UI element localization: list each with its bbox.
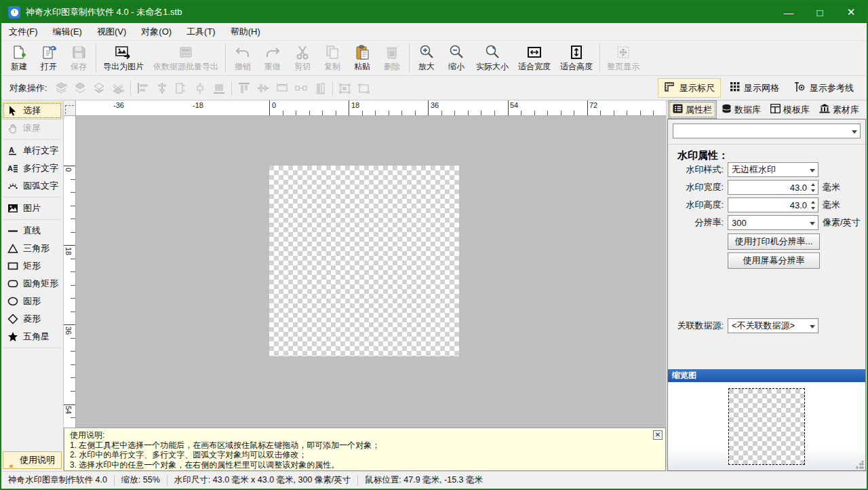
show-guides-button[interactable]: 显示参考线: [788, 78, 860, 98]
watermark-artboard[interactable]: [269, 166, 459, 356]
show-ruler-button[interactable]: 显示标尺: [658, 78, 721, 98]
fit-width-icon: [526, 44, 542, 60]
tab-materials[interactable]: 素材库: [814, 100, 864, 119]
use-screen-dpi-button[interactable]: 使用屏幕分辨率: [728, 252, 820, 269]
multi-text-icon: A: [7, 163, 19, 174]
width-input[interactable]: 43.0: [728, 180, 818, 195]
help-line: 1. 左侧工具栏中选择一个功能后，在画布区域按住鼠标左键拖动，即可添加一个对象；: [70, 440, 650, 451]
dpi-select[interactable]: 300: [728, 215, 818, 230]
send-backward-icon[interactable]: [90, 79, 108, 97]
tool-line[interactable]: 直线: [2, 222, 62, 240]
cut-button[interactable]: 剪切: [288, 41, 317, 75]
same-width-icon[interactable]: [273, 79, 292, 97]
style-select[interactable]: 无边框水印: [728, 162, 818, 177]
help-close-button[interactable]: ✕: [653, 430, 663, 440]
height-spinner[interactable]: [808, 199, 817, 211]
menu-edit[interactable]: 编辑(E): [45, 23, 90, 40]
tool-rounded-rectangle[interactable]: 圆角矩形: [2, 275, 62, 293]
tool-image[interactable]: 图片: [2, 200, 62, 217]
properties-icon: [673, 104, 683, 115]
spinner-up-icon[interactable]: [808, 181, 817, 187]
toolbar-separator: [130, 81, 131, 96]
thumbnail-header: 缩览图: [668, 369, 865, 382]
menu-file[interactable]: 文件(F): [1, 23, 45, 40]
align-top-icon[interactable]: [235, 79, 254, 97]
drawing-canvas[interactable]: [76, 116, 666, 428]
diamond-icon: [7, 314, 19, 325]
align-bottom-icon[interactable]: [210, 79, 229, 97]
batch-export-button[interactable]: 依数据源批量导出: [149, 41, 223, 75]
show-grid-button[interactable]: 显示网格: [724, 78, 785, 98]
undo-icon: [235, 44, 251, 60]
toolbar-separator: [409, 43, 410, 73]
tab-templates[interactable]: 模板库: [766, 100, 814, 119]
tool-diamond[interactable]: 菱形: [2, 310, 62, 328]
toolbar-separator: [225, 43, 226, 73]
height-input[interactable]: 43.0: [728, 197, 818, 212]
tool-star[interactable]: 五角星: [2, 328, 62, 345]
bring-to-front-icon[interactable]: [52, 79, 71, 97]
maximize-button[interactable]: □: [804, 1, 835, 23]
sidebar-separator: [3, 139, 61, 140]
same-height-icon[interactable]: [311, 79, 330, 97]
spinner-down-icon[interactable]: [808, 187, 817, 193]
full-page-button[interactable]: 整页显示: [602, 41, 644, 75]
align-middle-icon[interactable]: [254, 79, 273, 97]
open-button[interactable]: 打开: [34, 41, 64, 75]
magnifier-icon: [484, 44, 500, 60]
help-line: 2. 水印中的单行文字、多行文字、圆弧文字对象均可以双击修改；: [70, 450, 650, 460]
align-left-icon[interactable]: [134, 79, 153, 97]
delete-button[interactable]: 删除: [377, 41, 407, 75]
menu-tools[interactable]: 工具(T): [179, 23, 223, 40]
menu-help[interactable]: 帮助(H): [223, 23, 268, 40]
menu-view[interactable]: 视图(V): [90, 23, 134, 40]
tool-circle[interactable]: 圆形: [2, 293, 62, 310]
tool-single-line-text[interactable]: A 单行文字: [2, 142, 62, 159]
usage-help-button[interactable]: 使用说明: [3, 451, 62, 469]
spinner-down-icon[interactable]: [808, 205, 817, 211]
minimize-button[interactable]: —: [773, 1, 804, 23]
tool-arc-text[interactable]: 圆弧文字: [2, 177, 62, 195]
use-printer-dpi-button[interactable]: 使用打印机分辨率...: [728, 233, 820, 250]
vertical-ruler: 0 18 36 54: [64, 116, 76, 428]
object-selector-combo[interactable]: [673, 124, 861, 138]
paste-button[interactable]: 粘贴: [347, 41, 377, 75]
resize-grip[interactable]: [856, 461, 864, 469]
new-button[interactable]: 新建: [4, 41, 34, 75]
zoom-out-button[interactable]: 缩小: [441, 41, 471, 75]
copy-button[interactable]: 复制: [317, 41, 347, 75]
close-button[interactable]: ✕: [835, 1, 867, 23]
fit-height-button[interactable]: 适合高度: [555, 41, 597, 75]
panel-divider: [668, 144, 865, 145]
width-spinner[interactable]: [808, 181, 817, 193]
tool-multi-line-text[interactable]: A 多行文字: [2, 159, 62, 177]
actual-size-button[interactable]: 实际大小: [471, 41, 513, 75]
tab-properties[interactable]: 属性栏: [668, 100, 717, 119]
fit-width-button[interactable]: 适合宽度: [513, 41, 555, 75]
tool-pan[interactable]: 滚屏: [2, 119, 62, 137]
tool-rectangle[interactable]: 矩形: [2, 257, 62, 275]
datasource-select[interactable]: <不关联数据源>: [728, 318, 818, 333]
undo-button[interactable]: 撤销: [228, 41, 258, 75]
tool-triangle[interactable]: 三角形: [2, 240, 62, 257]
chevron-down-icon: [810, 222, 815, 228]
align-center-icon[interactable]: [153, 79, 172, 97]
same-size-icon[interactable]: [292, 79, 311, 97]
group-icon[interactable]: [336, 79, 355, 97]
align-right-icon[interactable]: [172, 79, 191, 97]
ungroup-icon[interactable]: [355, 79, 374, 97]
status-app-name: 神奇水印图章制作软件 4.0: [1, 474, 114, 486]
spinner-up-icon[interactable]: [808, 199, 817, 205]
ruler-label: 0: [272, 101, 276, 109]
send-to-back-icon[interactable]: [108, 79, 127, 97]
zoom-in-button[interactable]: 放大: [412, 41, 441, 75]
tool-select[interactable]: 选择: [2, 102, 62, 119]
tab-database[interactable]: 数据库: [717, 100, 766, 119]
export-image-button[interactable]: 导出为图片: [98, 41, 149, 75]
app-window: 神奇水印图章制作软件 4.0 - 未命名1.stb — □ ✕ 文件(F) 编辑…: [0, 0, 868, 490]
distribute-h-icon[interactable]: [191, 79, 210, 97]
save-button[interactable]: 保存: [64, 41, 94, 75]
redo-button[interactable]: 重做: [258, 41, 288, 75]
menu-object[interactable]: 对象(O): [134, 23, 179, 40]
bring-forward-icon[interactable]: [71, 79, 90, 97]
